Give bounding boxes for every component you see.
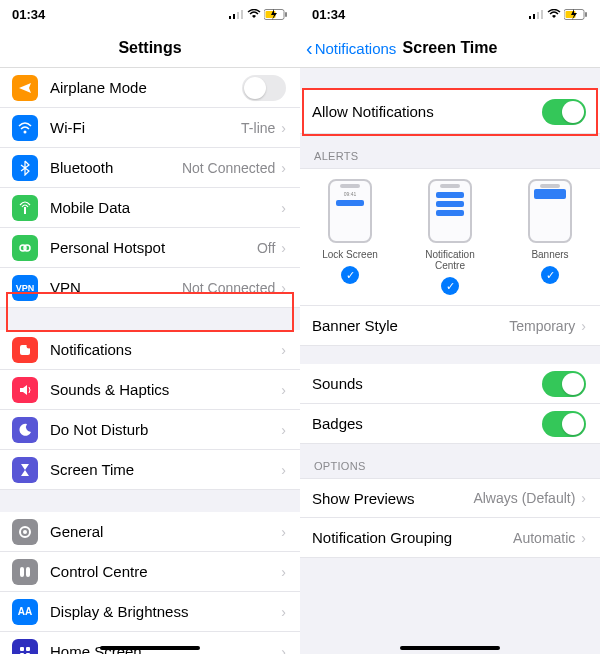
status-time: 01:34 [312, 7, 345, 22]
chevron-right-icon: › [281, 120, 286, 136]
svg-rect-18 [26, 647, 30, 651]
nav-bar: ‹ Notifications Screen Time [300, 28, 600, 68]
row-label: VPN [50, 279, 182, 296]
notifications-icon [12, 337, 38, 363]
notification-settings-screen: 01:34 ‹ Notifications Screen Time Allow … [300, 0, 600, 654]
svg-rect-15 [20, 567, 24, 577]
status-icons [229, 9, 288, 20]
alert-banners[interactable]: Banners ✓ [510, 179, 590, 295]
alert-notification-centre[interactable]: Notification Centre ✓ [410, 179, 490, 295]
sliders-icon [12, 559, 38, 585]
svg-rect-2 [237, 12, 239, 19]
badges-toggle[interactable] [542, 411, 586, 437]
row-sounds-toggle[interactable]: Sounds [300, 364, 600, 404]
row-label: Control Centre [50, 563, 281, 580]
chevron-right-icon: › [581, 318, 586, 334]
link-icon [12, 235, 38, 261]
nav-bar: Settings [0, 28, 300, 68]
back-button[interactable]: ‹ Notifications [306, 28, 396, 68]
battery-icon [264, 9, 288, 20]
chevron-right-icon: › [281, 524, 286, 540]
text-size-icon: AA [12, 599, 38, 625]
row-show-previews[interactable]: Show Previews Always (Default) › [300, 478, 600, 518]
row-screentime[interactable]: Screen Time › [0, 450, 300, 490]
row-value: Always (Default) [473, 490, 575, 506]
row-vpn[interactable]: VPN VPN Not Connected › [0, 268, 300, 308]
row-control-centre[interactable]: Control Centre › [0, 552, 300, 592]
speaker-icon [12, 377, 38, 403]
svg-point-7 [24, 130, 27, 133]
row-allow-notifications[interactable]: Allow Notifications [300, 90, 600, 134]
row-display[interactable]: AA Display & Brightness › [0, 592, 300, 632]
row-label: Airplane Mode [50, 79, 242, 96]
row-label: Sounds [312, 375, 542, 392]
svg-rect-16 [26, 567, 30, 577]
chevron-right-icon: › [281, 644, 286, 655]
antenna-icon [12, 195, 38, 221]
row-label: Badges [312, 415, 542, 432]
row-notification-grouping[interactable]: Notification Grouping Automatic › [300, 518, 600, 558]
checkmark-icon: ✓ [441, 277, 459, 295]
row-value: Not Connected [182, 160, 275, 176]
vpn-icon: VPN [12, 275, 38, 301]
svg-point-12 [27, 343, 32, 348]
row-airplane[interactable]: Airplane Mode [0, 68, 300, 108]
row-label: Banner Style [312, 317, 509, 334]
svg-rect-3 [241, 10, 243, 19]
row-bluetooth[interactable]: Bluetooth Not Connected › [0, 148, 300, 188]
row-value: Automatic [513, 530, 575, 546]
back-label: Notifications [315, 40, 397, 57]
alert-label: Notification Centre [410, 249, 490, 271]
chevron-right-icon: › [281, 200, 286, 216]
svg-rect-32 [585, 12, 587, 17]
svg-rect-5 [285, 12, 287, 17]
row-hotspot[interactable]: Personal Hotspot Off › [0, 228, 300, 268]
page-title: Screen Time [403, 39, 498, 57]
moon-icon [12, 417, 38, 443]
chevron-right-icon: › [281, 342, 286, 358]
notification-centre-preview-icon [428, 179, 472, 243]
chevron-right-icon: › [281, 604, 286, 620]
home-indicator[interactable] [400, 646, 500, 650]
row-value: Not Connected [182, 280, 275, 296]
row-label: General [50, 523, 281, 540]
chevron-right-icon: › [281, 240, 286, 256]
svg-rect-27 [529, 16, 531, 19]
svg-rect-1 [233, 14, 235, 19]
row-label: Allow Notifications [312, 103, 542, 120]
row-home-screen[interactable]: Home Screen › [0, 632, 300, 654]
status-icons [529, 9, 588, 20]
svg-rect-0 [229, 16, 231, 19]
status-bar: 01:34 [0, 0, 300, 28]
wifi-settings-icon [12, 115, 38, 141]
home-indicator[interactable] [100, 646, 200, 650]
row-label: Show Previews [312, 490, 473, 507]
signal-icon [529, 9, 544, 19]
row-badges-toggle[interactable]: Badges [300, 404, 600, 444]
airplane-icon [12, 75, 38, 101]
sounds-toggle[interactable] [542, 371, 586, 397]
chevron-right-icon: › [281, 564, 286, 580]
row-label: Bluetooth [50, 159, 182, 176]
bluetooth-icon [12, 155, 38, 181]
svg-rect-29 [537, 12, 539, 19]
row-general[interactable]: General › [0, 512, 300, 552]
row-banner-style[interactable]: Banner Style Temporary › [300, 306, 600, 346]
row-notifications[interactable]: Notifications › [0, 330, 300, 370]
chevron-left-icon: ‹ [306, 38, 313, 58]
row-mobile-data[interactable]: Mobile Data › [0, 188, 300, 228]
row-label: Notifications [50, 341, 281, 358]
chevron-right-icon: › [581, 530, 586, 546]
status-time: 01:34 [12, 7, 45, 22]
banners-preview-icon [528, 179, 572, 243]
row-sounds[interactable]: Sounds & Haptics › [0, 370, 300, 410]
hourglass-icon [12, 457, 38, 483]
row-value: Off [257, 240, 275, 256]
airplane-toggle[interactable] [242, 75, 286, 101]
row-wifi[interactable]: Wi-Fi T-line › [0, 108, 300, 148]
allow-toggle[interactable] [542, 99, 586, 125]
alert-lock-screen[interactable]: 09:41 Lock Screen ✓ [310, 179, 390, 295]
svg-rect-8 [24, 207, 26, 214]
row-dnd[interactable]: Do Not Disturb › [0, 410, 300, 450]
row-label: Sounds & Haptics [50, 381, 281, 398]
